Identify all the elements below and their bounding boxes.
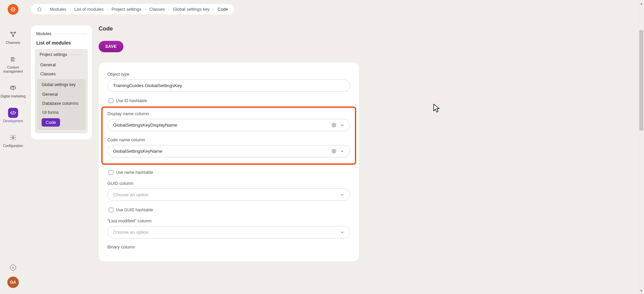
tree-item-code[interactable]: Code xyxy=(42,118,60,127)
field-binary-column: Binary column xyxy=(107,244,350,249)
save-button[interactable]: SAVE xyxy=(99,41,123,52)
field-code-name-column: Code name column GlobalSettingsKeyName xyxy=(107,137,350,157)
svg-point-7 xyxy=(11,10,12,11)
code-icon xyxy=(8,108,18,118)
svg-point-12 xyxy=(12,137,14,139)
chevron-right-icon: › xyxy=(168,7,169,11)
rail-item-development[interactable]: Development xyxy=(3,108,23,123)
icon-rail: Channels Content management Digital mark… xyxy=(0,0,26,294)
label-use-guid-hashtable[interactable]: Use GUID hashtable xyxy=(116,208,153,212)
label-binary-column: Binary column xyxy=(107,244,350,249)
rail-item-channels[interactable]: Channels xyxy=(6,29,20,45)
svg-point-2 xyxy=(12,11,13,12)
brand-logo[interactable] xyxy=(8,4,18,15)
crumb-global[interactable]: Global settings key xyxy=(173,7,210,12)
checkbox-use-name-hashtable[interactable] xyxy=(109,170,113,175)
crumb-code[interactable]: Code xyxy=(218,7,228,12)
field-use-guid-hashtable: Use GUID hashtable xyxy=(107,207,350,212)
main-content: Code SAVE Object type TrainingGuides.Glo… xyxy=(99,25,359,262)
page-title: Code xyxy=(99,25,359,32)
scroll-down-icon[interactable]: ▼ xyxy=(639,288,644,293)
channels-icon xyxy=(8,29,18,40)
label-object-type: Object type xyxy=(107,72,350,77)
placeholder-guid-column: Choose an option xyxy=(113,192,340,197)
clear-icon[interactable] xyxy=(331,149,336,154)
marketing-icon xyxy=(8,83,18,93)
label-display-name-column: Display name column xyxy=(107,111,350,116)
info-icon[interactable]: i xyxy=(10,265,16,271)
rail-item-marketing[interactable]: Digital marketing xyxy=(1,83,25,98)
scroll-thumb[interactable] xyxy=(639,30,643,131)
crumb-classes[interactable]: Classes xyxy=(149,7,165,12)
rail-label: Channels xyxy=(6,41,20,45)
content-icon xyxy=(8,54,18,64)
rail-label: Development xyxy=(3,119,23,123)
chevron-right-icon: › xyxy=(107,7,108,11)
field-display-name-column: Display name column GlobalSettingsKeyDis… xyxy=(107,111,350,131)
svg-point-11 xyxy=(12,35,13,36)
scroll-track[interactable] xyxy=(639,6,643,288)
field-use-id-hashtable: Use ID hashtable xyxy=(107,98,350,103)
tree-global-settings: Global settings key General Database col… xyxy=(37,79,86,130)
checkbox-use-guid-hashtable[interactable] xyxy=(109,208,113,212)
label-use-id-hashtable[interactable]: Use ID hashtable xyxy=(116,98,147,103)
svg-point-10 xyxy=(14,32,15,33)
select-display-name-column[interactable]: GlobalSettingsKeyDisplayName xyxy=(107,119,350,131)
svg-point-3 xyxy=(11,9,12,10)
form-card: Object type TrainingGuides.GlobalSetting… xyxy=(99,62,359,262)
breadcrumb: › Modules › List of modules › Project se… xyxy=(31,4,234,14)
svg-point-4 xyxy=(14,9,15,10)
label-use-name-hashtable[interactable]: Use name hashtable xyxy=(116,170,153,175)
tree-item-ui-forms[interactable]: UI forms xyxy=(39,108,84,117)
value-code-name-column: GlobalSettingsKeyName xyxy=(113,149,331,154)
crumb-list[interactable]: List of modules xyxy=(74,7,103,12)
chevron-down-icon[interactable] xyxy=(340,123,344,128)
avatar[interactable]: GA xyxy=(7,277,19,288)
tree-item-general[interactable]: General xyxy=(37,60,86,69)
tree-item-general2[interactable]: General xyxy=(39,90,84,99)
home-icon[interactable] xyxy=(37,7,42,12)
crumb-modules[interactable]: Modules xyxy=(50,7,66,12)
gear-icon xyxy=(8,133,18,143)
svg-point-8 xyxy=(14,10,15,11)
tree-panel: Modules List of modules Project settings… xyxy=(31,25,92,139)
field-use-name-hashtable: Use name hashtable xyxy=(107,169,350,175)
field-guid-column: GUID column Choose an option xyxy=(107,181,350,201)
chevron-right-icon: › xyxy=(145,7,146,11)
cursor-icon xyxy=(433,104,441,113)
tree-sub-label: Project settings xyxy=(37,52,86,60)
tree-sub-inner-label: Global settings key xyxy=(39,82,84,90)
field-last-modified-column: "Last modified" column Choose an option xyxy=(107,218,350,238)
label-guid-column: GUID column xyxy=(107,181,350,186)
rail-item-content[interactable]: Content management xyxy=(0,54,26,74)
scroll-up-icon[interactable]: ▲ xyxy=(639,1,644,6)
field-object-type: Object type TrainingGuides.GlobalSetting… xyxy=(107,72,350,92)
scrollbar[interactable]: ▲ ▼ xyxy=(639,0,644,294)
crumb-project[interactable]: Project settings xyxy=(112,7,142,12)
tree-title[interactable]: List of modules xyxy=(34,38,89,49)
svg-point-1 xyxy=(12,7,13,8)
tree-item-classes[interactable]: Classes xyxy=(37,69,86,78)
svg-point-6 xyxy=(14,8,15,9)
rail-label: Content management xyxy=(0,66,26,74)
input-object-type[interactable]: TrainingGuides.GlobalSettingsKey xyxy=(107,79,350,92)
value-object-type: TrainingGuides.GlobalSettingsKey xyxy=(113,83,182,88)
rail-item-configuration[interactable]: Configuration xyxy=(3,133,23,148)
chevron-down-icon[interactable] xyxy=(340,193,344,197)
rail-label: Configuration xyxy=(3,144,23,148)
label-code-name-column: Code name column xyxy=(107,137,350,142)
select-code-name-column[interactable]: GlobalSettingsKeyName xyxy=(107,145,350,157)
chevron-right-icon: › xyxy=(70,7,71,11)
clear-icon[interactable] xyxy=(331,123,336,128)
select-guid-column[interactable]: Choose an option xyxy=(107,189,350,201)
chevron-down-icon[interactable] xyxy=(340,149,344,154)
rail-label: Digital marketing xyxy=(1,94,25,98)
highlighted-section: Display name column GlobalSettingsKeyDis… xyxy=(101,106,356,165)
flower-icon xyxy=(10,6,16,13)
chevron-down-icon[interactable] xyxy=(340,230,344,235)
tree-item-db-columns[interactable]: Database columns xyxy=(39,99,84,108)
svg-point-5 xyxy=(11,8,12,9)
svg-point-0 xyxy=(12,9,14,10)
select-last-modified-column[interactable]: Choose an option xyxy=(107,226,350,238)
checkbox-use-id-hashtable[interactable] xyxy=(109,98,113,103)
